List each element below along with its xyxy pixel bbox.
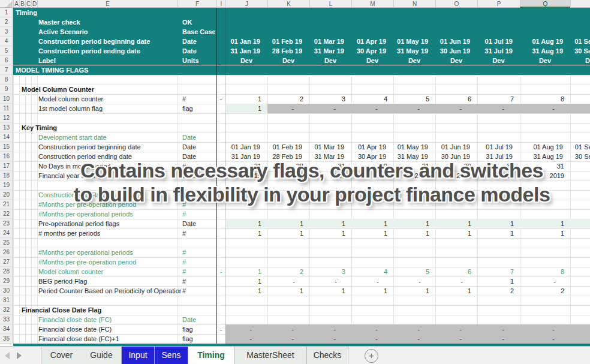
row-label-33[interactable]: Financial close date (FC) [38, 315, 181, 324]
sheet-tab-sens[interactable]: Sens [155, 347, 188, 364]
row-unit-27[interactable]: # [182, 257, 215, 267]
row-unit-30[interactable]: # [182, 286, 215, 296]
cell-P6[interactable]: Dev [477, 56, 520, 65]
cell-M34[interactable]: - [351, 324, 393, 334]
row-label-30[interactable]: Period Counter Based on Periodicity of O… [38, 286, 181, 296]
cell-K23[interactable]: 1 [267, 219, 309, 228]
row-label-35[interactable]: Financial close date (FC)+1 [38, 334, 181, 344]
row-header-3[interactable]: 3 [0, 27, 13, 37]
sheet-tab-mastersheet[interactable]: MasterSheet [234, 347, 307, 364]
cell-J15[interactable]: 01 Jan 19 [225, 142, 267, 152]
cell-O11[interactable]: - [435, 104, 477, 113]
cell-M15[interactable]: 01 Apr 19 [351, 142, 393, 152]
cell-K10[interactable]: 2 [267, 94, 309, 104]
row-unit-34[interactable]: flag [182, 324, 215, 334]
cell-N34[interactable]: - [393, 324, 435, 334]
cell-I28[interactable]: - [216, 267, 225, 276]
cell-L24[interactable]: 1 [309, 228, 351, 238]
cell-K5[interactable]: 28 Feb 19 [267, 46, 309, 56]
cell-P29[interactable]: 1 [477, 276, 520, 286]
cell-P10[interactable]: 7 [477, 94, 520, 104]
cell-L28[interactable]: 3 [309, 267, 351, 276]
cell-N11[interactable]: - [393, 104, 435, 113]
cell-K29[interactable]: - [267, 276, 309, 286]
cell-R35[interactable] [570, 334, 590, 344]
cell-Q34[interactable]: - [520, 324, 570, 334]
sheet-nav-prev-icon[interactable] [5, 352, 10, 359]
cell-O28[interactable]: 6 [435, 267, 477, 276]
row-label-9[interactable]: Model Column Counter [22, 85, 195, 94]
row-header-19[interactable]: 19 [0, 181, 13, 190]
row-header-10[interactable]: 10 [0, 94, 13, 104]
cell-P30[interactable]: 2 [477, 286, 520, 296]
row-label-23[interactable]: Pre-operational period flags [38, 219, 181, 228]
cell-J5[interactable]: 31 Jan 19 [225, 46, 267, 56]
cell-O4[interactable]: 01 Jun 19 [435, 37, 477, 46]
cell-O29[interactable]: - [435, 276, 477, 286]
row-label-34[interactable]: Financial close date (FC) [38, 324, 181, 334]
row-label-29[interactable]: BEG period Flag [38, 276, 181, 286]
cell-O35[interactable]: - [435, 334, 477, 344]
row-header-20[interactable]: 20 [0, 190, 13, 200]
row-header-23[interactable]: 23 [0, 219, 13, 228]
row-unit-26[interactable]: # [182, 248, 215, 257]
sheet-nav-next-icon[interactable] [17, 352, 22, 359]
cell-O23[interactable]: 1 [435, 219, 477, 228]
cell-O6[interactable]: Dev [435, 56, 477, 65]
row-unit-2[interactable]: OK [182, 17, 215, 27]
row-unit-6[interactable]: Units [182, 56, 215, 65]
cell-R6[interactable]: Dev [570, 56, 590, 65]
column-header-clipped[interactable] [570, 0, 590, 8]
cell-N15[interactable]: 01 May 19 [393, 142, 435, 152]
cell-K24[interactable]: 1 [267, 228, 309, 238]
row-label-22[interactable]: #Months per operational periods [38, 209, 181, 219]
row-header-13[interactable]: 13 [0, 123, 13, 133]
row-header-26[interactable]: 26 [0, 248, 13, 257]
row-header-5[interactable]: 5 [0, 46, 13, 56]
cell-K35[interactable]: - [267, 334, 309, 344]
cell-Q11[interactable]: - [520, 104, 570, 113]
cell-R4[interactable]: 01 Sep 19 [570, 37, 590, 46]
row-label-13[interactable]: Key Timing [22, 123, 195, 133]
cell-N4[interactable]: 01 May 19 [393, 37, 435, 46]
column-header-Q[interactable]: Q [520, 0, 570, 8]
cell-L5[interactable]: 31 Mar 19 [309, 46, 351, 56]
cell-Q24[interactable]: 1 [520, 228, 570, 238]
row-header-29[interactable]: 29 [0, 276, 13, 286]
cell-N28[interactable]: 5 [393, 267, 435, 276]
row-header-30[interactable]: 30 [0, 286, 13, 296]
row-unit-33[interactable]: Date [182, 315, 215, 324]
cell-M35[interactable]: - [351, 334, 393, 344]
cell-K15[interactable]: 01 Feb 19 [267, 142, 309, 152]
row-header-18[interactable]: 18 [0, 171, 13, 181]
row-label-5[interactable]: Construction period ending date [38, 46, 181, 56]
row-header-9[interactable]: 9 [0, 85, 13, 94]
row-unit-15[interactable]: Date [182, 142, 215, 152]
cell-M6[interactable]: Dev [351, 56, 393, 65]
cell-Q5[interactable]: 31 Aug 19 [520, 46, 570, 56]
row-label-28[interactable]: Model column counter [38, 267, 181, 276]
cell-M28[interactable]: 4 [351, 267, 393, 276]
cell-J34[interactable]: - [225, 324, 267, 334]
column-header-N[interactable]: N [393, 0, 435, 8]
cell-L35[interactable]: - [309, 334, 351, 344]
cell-Q29[interactable]: - [520, 276, 570, 286]
cell-J4[interactable]: 01 Jan 19 [225, 37, 267, 46]
row-header-21[interactable]: 21 [0, 200, 13, 209]
cell-N35[interactable]: - [393, 334, 435, 344]
row-header-22[interactable]: 22 [0, 209, 13, 219]
cell-R11[interactable] [570, 104, 590, 113]
cell-O10[interactable]: 6 [435, 94, 477, 104]
column-header-M[interactable]: M [351, 0, 393, 8]
cell-O15[interactable]: 01 Jun 19 [435, 142, 477, 152]
cell-P34[interactable]: - [477, 324, 520, 334]
column-header-P[interactable]: P [477, 0, 520, 8]
cell-P15[interactable]: 01 Jul 19 [477, 142, 520, 152]
cell-L4[interactable]: 01 Mar 19 [309, 37, 351, 46]
cell-O24[interactable]: 1 [435, 228, 477, 238]
cell-O30[interactable]: 1 [435, 286, 477, 296]
cell-N23[interactable]: 1 [393, 219, 435, 228]
cell-M29[interactable]: - [351, 276, 393, 286]
row-unit-28[interactable]: # [182, 267, 215, 276]
row-label-4[interactable]: Construction period beginning date [38, 37, 181, 46]
